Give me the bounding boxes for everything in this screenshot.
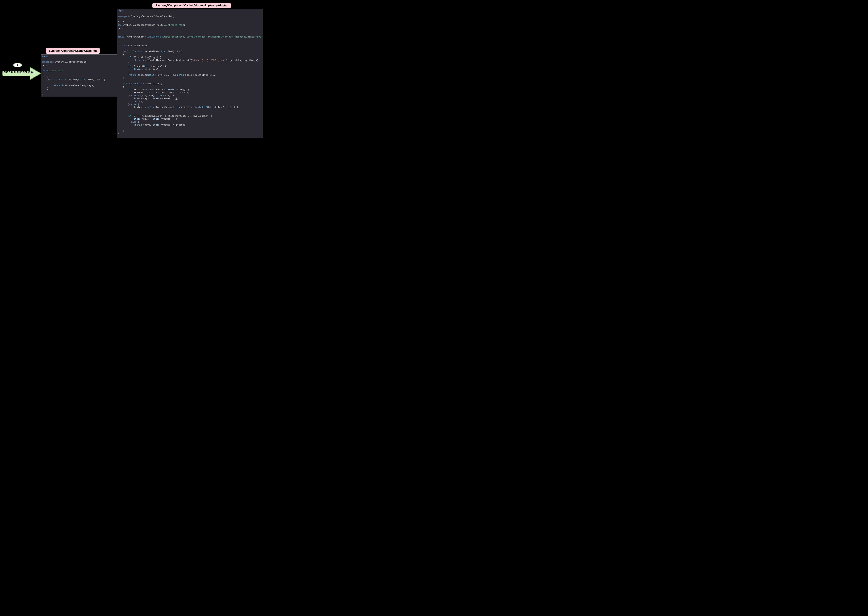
code-token: if <box>118 88 131 91</box>
code-token: [...] <box>118 21 124 24</box>
code-token: InvalidArgumentException(sprintf( <box>148 59 192 61</box>
code-token: throw <box>118 59 141 61</box>
code-token: ->file)) { <box>161 94 174 97</box>
code-token: 0 <box>188 115 189 117</box>
code-token: ->file])) { <box>174 88 189 91</box>
code-token: ->keys, <box>142 124 151 126</box>
code-token: ResettableInterface <box>235 36 261 38</box>
code-token: Symfony\Contracts\Cache; <box>55 61 88 63</box>
code-token: $key): <box>88 78 96 81</box>
code-token: (!\is_string($key)) { <box>132 56 161 59</box>
code-token: [ <box>118 124 135 126</box>
code-token: ; <box>142 100 143 103</box>
code-token: $values = <box>118 106 146 108</box>
code-token: use <box>118 24 121 27</box>
code-token: } <box>41 93 43 96</box>
code-token: public <box>41 78 55 81</box>
code-token: } <box>118 109 130 112</box>
code-token: if <box>118 65 131 68</box>
code-token: class <box>118 36 124 38</box>
code-token: } <box>118 62 130 64</box>
code-token: { <box>118 53 124 56</box>
code-token: namespace <box>118 15 130 18</box>
code-token: mixed <box>160 50 166 53</box>
code-token: $values = <box>118 91 146 94</box>
code-token: private <box>118 82 132 85</box>
code-token: function <box>132 50 143 53</box>
right-class-label: Symfony\Component\Cache\Adapter\PhpArray… <box>152 2 231 9</box>
code-token: $this <box>173 106 180 108</box>
step-arrow: ARBITRARY FILE INCLUSION <box>2 66 41 80</box>
code-token: $this <box>173 91 180 94</box>
code-token: ::$valuesCache[ <box>153 106 173 108</box>
code-token: } <box>118 94 130 97</box>
code-token: deleteItem( <box>144 50 160 53</box>
code-token: ->file]; <box>180 91 191 94</box>
code-token: $this <box>143 65 150 68</box>
code-token: (!isset( <box>132 65 143 68</box>
code-token: $this <box>168 88 174 91</box>
code-token: $this <box>206 106 212 108</box>
left-class-label: Symfony\Contracts\Cache\CachTrait <box>45 48 100 54</box>
code-token: [...] <box>118 27 124 29</box>
code-token: $this <box>153 124 160 126</box>
code-token: new <box>142 59 146 61</box>
code-token: ])) { <box>206 115 212 117</box>
right-code-box: <?php namespace Symfony\Component\Cache\… <box>117 9 262 138</box>
code-token: !isset( <box>138 74 148 76</box>
step-badge-number: 4 <box>17 64 18 66</box>
code-token: [...] <box>41 64 48 66</box>
code-token: if <box>118 115 131 117</box>
code-token: namespace <box>41 61 53 63</box>
code-token: } <box>118 129 124 132</box>
code-token: [...] <box>41 75 48 78</box>
code-token: } <box>118 77 124 79</box>
code-token: return <box>118 100 142 103</box>
code-token: self <box>142 88 147 91</box>
code-token: ; <box>184 24 185 27</box>
code-token: } <box>118 103 130 106</box>
code-token: $this <box>135 124 142 126</box>
code-token: { <box>138 103 139 106</box>
code-token: include <box>195 106 204 108</box>
code-token: (!is_file( <box>141 94 154 97</box>
code-token: ->initialize(); <box>141 68 161 71</box>
code-token: } <box>118 132 119 135</box>
code-token: ContractsTrait <box>165 24 184 27</box>
code-token: ->keys = <box>141 97 151 100</box>
code-token: $this <box>118 118 141 120</box>
code-token: self <box>148 91 153 94</box>
code-token: { <box>138 121 139 123</box>
code-token: PhpArrayAdapter <box>126 36 146 38</box>
code-token: if <box>118 56 131 59</box>
code-token: 1 <box>204 115 206 117</box>
code-token: $key): <box>168 50 176 53</box>
code-token: { <box>118 85 124 88</box>
code-token: trait <box>41 69 48 72</box>
code-token: $this <box>154 94 161 97</box>
code-token: $this <box>148 74 154 76</box>
code-token: $this <box>118 68 141 71</box>
code-token: ::$valuesCache[ <box>153 91 173 94</box>
code-token: } <box>118 121 130 123</box>
code-token: AdapterInterface <box>162 36 184 38</box>
code-token: use <box>118 44 127 47</box>
code-token: !== \count($values) || !isset($values[ <box>135 115 188 117</box>
code-token: else <box>131 103 137 106</box>
code-token: <?php <box>118 9 124 12</box>
code-token: { <box>41 72 43 75</box>
code-token: 'Cache [...], "%s" given.' <box>192 59 227 61</box>
code-token: (isset( <box>132 88 142 91</box>
code-token: return <box>118 74 137 76</box>
code-token: ->values] = $values; <box>160 124 187 126</box>
code-token: ->values)) { <box>150 65 166 68</box>
code-token: Symfony\Component\Cache\Traits\ <box>123 24 165 27</box>
code-token: self <box>148 106 153 108</box>
code-token: ->deleteItem($key); <box>69 84 94 87</box>
code-token: PruneableInterface <box>208 36 232 38</box>
code-token: bool <box>177 50 182 53</box>
code-token: CacheTrait <box>50 69 63 72</box>
code-token: { <box>104 78 105 81</box>
code-token: <?php <box>41 55 48 58</box>
code-token: $this <box>118 97 141 100</box>
